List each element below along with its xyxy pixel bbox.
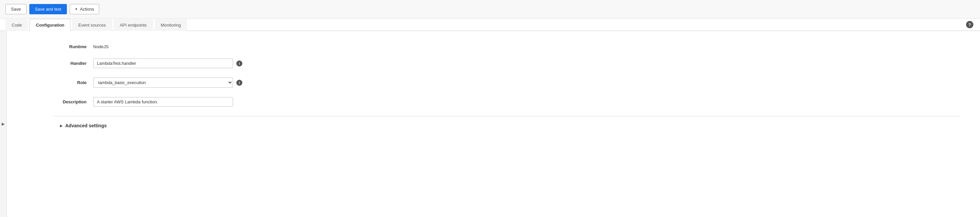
runtime-row: Runtime NodeJS: [53, 44, 960, 49]
actions-button[interactable]: ▼ Actions: [70, 4, 99, 14]
advanced-divider: [53, 116, 960, 116]
advanced-arrow-icon: ▶: [60, 124, 62, 128]
save-button[interactable]: Save: [5, 4, 27, 14]
sidebar-toggle-arrow-icon: ▶: [2, 122, 5, 126]
toolbar: Save Save and test ▼ Actions: [0, 0, 980, 19]
advanced-settings-label: Advanced settings: [65, 123, 107, 128]
role-label: Role: [53, 80, 93, 85]
save-and-test-button[interactable]: Save and test: [29, 4, 67, 14]
tab-monitoring[interactable]: Monitoring: [154, 19, 188, 31]
handler-label: Handler: [53, 61, 93, 66]
runtime-label: Runtime: [53, 44, 93, 49]
role-row: Role lambda_basic_execution lambda_full_…: [53, 78, 960, 88]
tab-api-endpoints[interactable]: API endpoints: [113, 19, 153, 31]
tab-event-sources[interactable]: Event sources: [72, 19, 112, 31]
tab-code[interactable]: Code: [5, 19, 28, 31]
role-field-group: lambda_basic_execution lambda_full_acces…: [93, 78, 242, 88]
runtime-value: NodeJS: [93, 44, 108, 49]
sidebar-toggle[interactable]: ▶: [0, 31, 7, 217]
role-info-icon[interactable]: i: [236, 80, 242, 86]
description-input[interactable]: [93, 97, 233, 107]
handler-info-icon[interactable]: i: [236, 60, 242, 67]
tab-configuration[interactable]: Configuration: [30, 19, 71, 31]
description-label: Description: [53, 99, 93, 105]
help-icon[interactable]: ?: [966, 21, 973, 28]
dropdown-arrow-icon: ▼: [75, 7, 78, 11]
handler-row: Handler i: [53, 59, 960, 68]
advanced-settings-toggle[interactable]: ▶ Advanced settings: [60, 120, 960, 132]
handler-field-group: i: [93, 59, 242, 68]
tabs-bar: Code Configuration Event sources API end…: [0, 19, 980, 31]
description-row: Description: [53, 97, 960, 107]
content-area: ▶ Runtime NodeJS Handler i Role lambda_b…: [0, 31, 980, 217]
role-select[interactable]: lambda_basic_execution lambda_full_acces…: [93, 78, 233, 88]
configuration-panel: Runtime NodeJS Handler i Role lambda_bas…: [7, 31, 980, 217]
handler-input[interactable]: [93, 59, 233, 68]
